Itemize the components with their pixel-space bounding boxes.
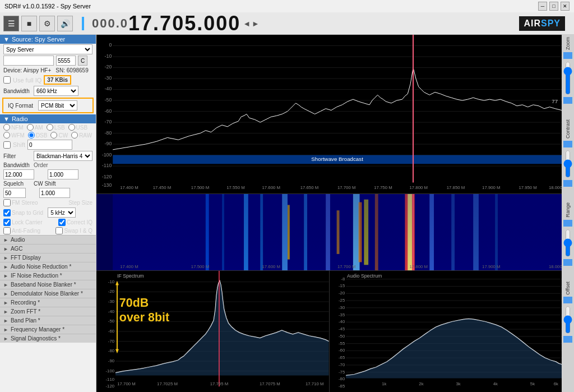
port-input[interactable] [56,56,76,66]
audio-item[interactable]: ► Audio [0,235,96,244]
bandwidth-select[interactable]: 660 kHz [34,86,78,96]
nfm-radio[interactable]: NFM [3,124,24,131]
zoom-slider-up[interactable] [563,52,572,59]
minimize-button[interactable]: ─ [538,2,547,11]
freq-main[interactable]: 17.705.000 [128,12,240,35]
baseband-noise-item[interactable]: ► Baseband Noise Blanker * [0,280,96,289]
freq-right-arrow[interactable]: ► [252,19,260,28]
iq-format-row: IQ Format PCM 8bit [4,100,91,111]
hamburger-icon[interactable]: ☰ [3,16,19,31]
audio-noise-item[interactable]: ► Audio Noise Reduction * [0,262,96,271]
svg-text:-60: -60 [105,108,112,114]
svg-text:-60: -60 [108,329,115,334]
anti-fading-label: Anti-Fading [12,228,40,234]
lock-correct-row: Lock Carrier Correct IQ [0,218,96,227]
svg-text:17.600 M: 17.600 M [262,264,280,269]
cw-radio[interactable]: CW [50,132,68,139]
bandwidth2-label: Bandwidth [3,162,31,168]
snap-to-grid-check[interactable]: Snap to Grid [3,209,43,216]
shift-input[interactable] [27,140,72,150]
audio-spectrum[interactable]: -8 -15 -20 -25 -30 -35 -40 -45 -50 -55 -… [330,271,562,392]
usb-radio[interactable]: USB [68,124,88,131]
fm-stereo-check[interactable]: FM Stereo [3,199,38,206]
range-slider-up[interactable] [563,220,572,227]
spectrum-main[interactable]: 0 -10 -20 -30 -40 -50 -60 -70 -80 -90 -1… [96,35,562,194]
maximize-button[interactable]: □ [549,2,558,11]
host-input[interactable] [3,56,54,66]
stop-icon[interactable]: ■ [21,16,37,31]
svg-text:-90: -90 [105,141,112,146]
source-section-header[interactable]: ▼ Source: Spy Server [0,35,96,44]
connect-button[interactable]: C [78,56,87,66]
band-plan-item[interactable]: ► Band Plan * [0,316,96,325]
zoom-slider[interactable] [563,61,572,95]
svg-text:-70: -70 [108,339,115,344]
close-button[interactable]: ✕ [561,2,570,11]
svg-text:18.000 M: 18.000 M [549,185,562,190]
offset-slider[interactable] [563,306,572,334]
svg-text:-30: -30 [338,305,345,310]
source-select[interactable]: Spy Server [3,44,92,54]
contrast-slider-up[interactable] [563,141,572,147]
settings-icon[interactable]: ⚙ [39,16,55,31]
correct-iq-check[interactable]: Correct IQ [58,219,92,226]
am-radio[interactable]: AM [27,124,43,131]
order-input[interactable] [48,169,78,179]
swap-iq-check[interactable]: Swap I & Q [55,227,92,234]
squelch-row: Squelch CW Shift [0,180,96,187]
range-slider[interactable] [563,229,572,257]
agc-item[interactable]: ► AGC [0,244,96,253]
svg-text:3k: 3k [456,381,460,386]
bandwidth-num-input[interactable] [3,169,34,179]
svg-text:-100: -100 [102,152,112,158]
anti-fading-check[interactable]: Anti-Fading [3,227,40,234]
correct-iq-label: Correct IQ [67,219,92,225]
dsb-radio[interactable]: DSB [28,132,48,139]
raw-radio[interactable]: RAW [71,132,92,139]
rate-badge: 37 KBis [44,75,71,85]
if-spectrum[interactable]: -10 -20 -30 -40 -50 -60 -70 -80 -90 -100… [96,271,330,392]
fft-display-item[interactable]: ► FFT Display [0,253,96,262]
right-panel: 0 -10 -20 -30 -40 -50 -60 -70 -80 -90 -1… [96,35,562,392]
freq-manager-arrow: ► [3,327,8,333]
offset-slider-up[interactable] [563,297,572,303]
offset-slider-down[interactable] [563,336,572,343]
radio-section-header[interactable]: ▼ Radio [0,114,96,123]
recording-item[interactable]: ► Recording * [0,298,96,307]
signal-diag-item[interactable]: ► Signal Diagnostics * [0,334,96,343]
bottom-row: -10 -20 -30 -40 -50 -60 -70 -80 -90 -100… [96,271,562,392]
zoom-fft-item[interactable]: ► Zoom FFT * [0,307,96,316]
filter-row: Filter Blackman-Harris 4 [0,150,96,162]
squelch-input[interactable] [3,188,26,198]
shift-checkbox[interactable] [3,141,11,149]
svg-text:17.700 M: 17.700 M [337,264,355,269]
snap-select[interactable]: 5 kHz [48,207,76,218]
svg-text:17.650 M: 17.650 M [300,185,318,190]
toolbar: ☰ ■ ⚙ 🔊 000.0 17.705.000 ◄ ► AIRSPY [0,12,574,35]
use-full-iq-checkbox[interactable] [3,76,11,84]
svg-text:-20: -20 [108,289,115,294]
lsb-radio[interactable]: LSB [47,124,65,131]
freq-left-arrow[interactable]: ◄ [243,19,251,28]
zoom-label: Zoom [565,37,571,50]
cw-shift-input[interactable] [39,188,70,198]
contrast-slider[interactable] [563,150,572,178]
main-layout: ▼ Source: Spy Server Spy Server C Device… [0,35,574,392]
if-noise-item[interactable]: ► IF Noise Reduction * [0,271,96,280]
filter-select[interactable]: Blackman-Harris 4 [34,151,92,161]
baseband-label: Baseband Noise Blanker * [11,282,76,288]
lock-carrier-check[interactable]: Lock Carrier [3,219,42,226]
svg-text:17.500 M: 17.500 M [191,185,209,190]
audio-icon[interactable]: 🔊 [57,16,73,31]
svg-text:1k: 1k [382,381,386,386]
svg-text:17.800 M: 17.800 M [410,264,428,269]
demod-noise-item[interactable]: ► Demodulator Noise Blanker * [0,289,96,298]
fm-step-row: FM Stereo Step Size [0,199,96,207]
waterfall[interactable]: 17.400 M 17.500 M 17.600 M 17.700 M 17.8… [96,194,562,271]
zoom-slider-down[interactable] [563,97,572,104]
wfm-radio[interactable]: WFM [3,132,25,139]
range-slider-down[interactable] [563,259,572,266]
iq-format-select[interactable]: PCM 8bit [38,100,77,110]
contrast-slider-down[interactable] [563,180,572,187]
freq-manager-item[interactable]: ► Frequency Manager * [0,325,96,334]
